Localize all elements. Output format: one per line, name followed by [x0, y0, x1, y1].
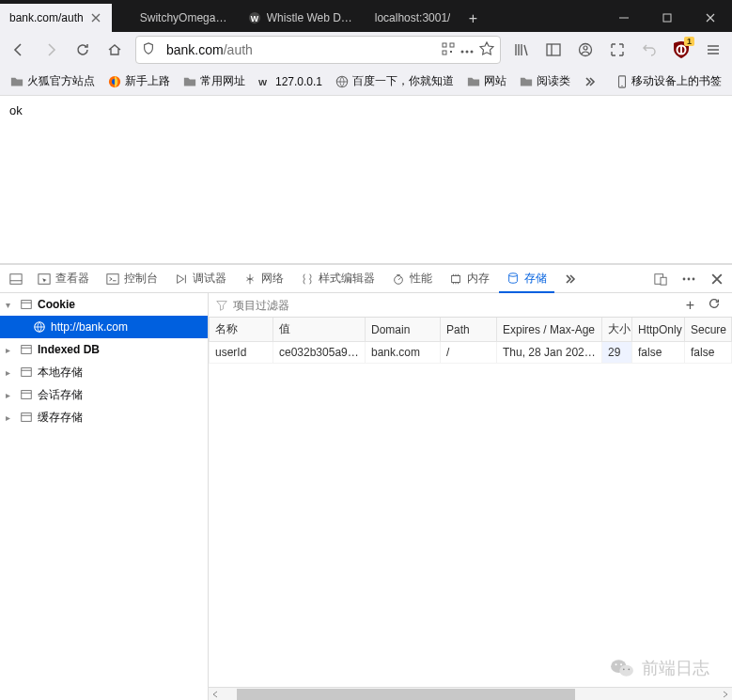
shield-icon[interactable]	[142, 42, 155, 58]
svg-point-34	[693, 277, 695, 280]
svg-rect-44	[22, 413, 32, 422]
col-expires[interactable]: Expires / Max-Age	[497, 318, 602, 342]
qr-icon[interactable]	[442, 42, 455, 58]
switchyomega-icon	[121, 11, 134, 24]
devtools-tab-console[interactable]: 控制台	[99, 265, 165, 293]
tab-title: bank.com/auth	[9, 11, 84, 24]
svg-rect-10	[547, 44, 560, 55]
svg-rect-2	[663, 14, 671, 22]
bookmark-item[interactable]: 阅读类	[515, 70, 575, 92]
svg-point-9	[471, 51, 474, 54]
devtools-tab-performance[interactable]: 性能	[384, 265, 440, 293]
svg-text:W: W	[258, 76, 268, 86]
bookmark-item[interactable]: 新手上路	[103, 70, 175, 92]
cookie-table: 名称 值 Domain Path Expires / Max-Age 大小 Ht…	[209, 318, 732, 364]
screenshot-icon[interactable]	[602, 35, 632, 65]
undo-icon[interactable]	[634, 35, 664, 65]
tree-sessionstorage[interactable]: ▸会话存储	[0, 383, 208, 406]
svg-rect-15	[680, 46, 682, 54]
bookmark-item[interactable]: W127.0.0.1	[254, 72, 327, 91]
storage-tree: ▾Cookie http://bank.com ▸Indexed DB ▸本地存…	[0, 293, 209, 700]
url-bar[interactable]: bank.com/auth	[135, 36, 501, 64]
bookmark-overflow[interactable]	[579, 72, 601, 91]
svg-point-33	[688, 277, 691, 280]
tab-0[interactable]: bank.com/auth	[0, 4, 112, 32]
col-value[interactable]: 值	[273, 318, 366, 342]
tab-title: Whistle Web Debugger	[267, 11, 356, 24]
tree-localstorage[interactable]: ▸本地存储	[0, 361, 208, 383]
devtools-tab-network[interactable]: 网络	[236, 265, 291, 293]
tab-3[interactable]: localhost:3001/	[366, 4, 460, 32]
col-httponly[interactable]: HttpOnly	[632, 318, 685, 342]
svg-rect-22	[10, 273, 22, 284]
refresh-icon[interactable]	[704, 297, 724, 313]
col-name[interactable]: 名称	[210, 318, 273, 342]
bookmark-mobile[interactable]: 移动设备上的书签	[612, 70, 726, 92]
ublock-icon[interactable]: 1	[666, 35, 696, 65]
svg-rect-38	[22, 346, 32, 354]
svg-rect-3	[443, 43, 446, 47]
home-button[interactable]	[100, 35, 130, 65]
tab-1[interactable]: SwitchyOmega 选项	[112, 4, 239, 32]
devtools-tab-overflow[interactable]	[556, 265, 584, 293]
svg-point-8	[466, 51, 469, 54]
tree-indexeddb[interactable]: ▸Indexed DB	[0, 338, 208, 361]
svg-rect-40	[22, 368, 32, 377]
devtools-tabs: 查看器 控制台 调试器 网络 样式编辑器 性能 内存 存储	[0, 265, 732, 293]
devtools-tab-debugger[interactable]: 调试器	[167, 265, 234, 293]
svg-point-29	[509, 273, 518, 277]
tab-title: localhost:3001/	[375, 11, 451, 24]
responsive-icon[interactable]	[649, 264, 672, 294]
col-domain[interactable]: Domain	[366, 318, 441, 342]
library-icon[interactable]	[506, 35, 537, 65]
meatball-icon[interactable]	[460, 43, 474, 56]
svg-rect-6	[450, 51, 452, 53]
new-tab-button[interactable]: +	[459, 6, 486, 32]
page-body-text: ok	[9, 103, 23, 117]
close-icon[interactable]	[89, 11, 102, 24]
tab-2[interactable]: W Whistle Web Debugger	[239, 4, 366, 32]
bookmark-item[interactable]: 百度一下，你就知道	[331, 70, 459, 92]
forward-button[interactable]	[36, 35, 66, 65]
dock-icon[interactable]	[4, 264, 28, 294]
kebab-icon[interactable]	[677, 264, 700, 294]
star-icon[interactable]	[479, 41, 494, 59]
devtools-tab-style[interactable]: 样式编辑器	[293, 265, 382, 293]
devtools-tab-memory[interactable]: 内存	[442, 265, 497, 293]
filter-row: +	[209, 293, 732, 318]
filter-input[interactable]	[233, 299, 677, 312]
tree-cachestorage[interactable]: ▸缓存存储	[0, 406, 208, 428]
ublock-badge: 1	[684, 37, 694, 46]
account-icon[interactable]	[570, 35, 600, 65]
col-path[interactable]: Path	[441, 318, 497, 342]
horizontal-scrollbar[interactable]	[222, 688, 719, 700]
add-icon[interactable]: +	[682, 297, 698, 314]
bookmark-item[interactable]: 网站	[462, 70, 511, 92]
col-size[interactable]: 大小	[602, 318, 632, 342]
svg-rect-31	[661, 277, 666, 285]
close-devtools-icon[interactable]	[706, 264, 728, 294]
svg-text:W: W	[251, 14, 259, 23]
reload-button[interactable]	[68, 35, 98, 65]
navbar: bank.com/auth 1	[0, 32, 732, 68]
col-secure[interactable]: Secure	[685, 318, 732, 342]
devtools-tab-inspector[interactable]: 查看器	[30, 265, 97, 293]
svg-point-32	[683, 277, 686, 280]
back-button[interactable]	[4, 35, 34, 65]
menu-icon[interactable]	[698, 35, 728, 65]
window-controls	[602, 4, 732, 32]
svg-rect-35	[22, 301, 32, 309]
close-window-button[interactable]	[689, 4, 732, 32]
scrollbar-footer	[209, 687, 732, 700]
devtools-tab-storage[interactable]: 存储	[499, 265, 554, 293]
minimize-button[interactable]	[602, 4, 646, 32]
maximize-button[interactable]	[646, 4, 689, 32]
tree-cookie[interactable]: ▾Cookie	[0, 293, 208, 316]
table-row[interactable]: userId ce032b305a9b... bank.com / Thu, 2…	[210, 342, 732, 364]
bookmark-item[interactable]: 常用网址	[179, 70, 250, 92]
sidebar-icon[interactable]	[538, 35, 568, 65]
table-header-row: 名称 值 Domain Path Expires / Max-Age 大小 Ht…	[210, 318, 732, 342]
url-text: bank.com/auth	[166, 42, 436, 57]
tree-cookie-host[interactable]: http://bank.com	[0, 316, 208, 338]
bookmark-item[interactable]: 火狐官方站点	[6, 70, 100, 92]
